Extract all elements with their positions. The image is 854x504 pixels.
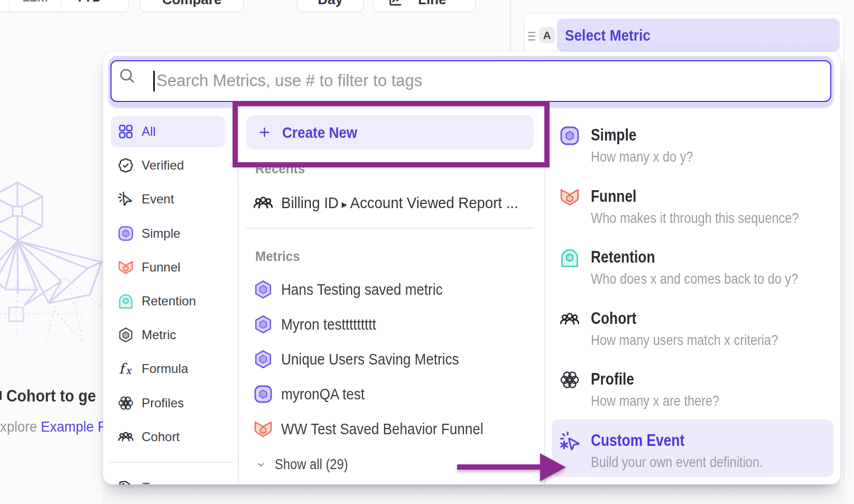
text-caret	[153, 71, 155, 91]
option-title: Profile	[591, 370, 634, 389]
sidebar-item-retention[interactable]: Retention	[111, 286, 225, 317]
drag-handle-icon[interactable]	[528, 32, 535, 41]
chart-type-line-button[interactable]: Line	[373, 0, 476, 12]
line-button-label: Line	[418, 0, 446, 8]
cohort-icon	[253, 193, 273, 213]
saved-metric-icon	[254, 315, 273, 334]
sidebar-item-funnel[interactable]: Funnel	[111, 251, 225, 283]
chevron-down-icon	[256, 460, 266, 470]
option-description: How many x do y?	[591, 148, 693, 165]
retention-icon	[560, 248, 580, 268]
sidebar-item-label: Formula	[142, 361, 188, 376]
wireframe-illustration	[0, 179, 114, 353]
funnel-icon	[118, 259, 134, 275]
profiles-icon	[118, 395, 134, 411]
middle-divider	[246, 228, 534, 229]
sidebar-item-label: Verified	[142, 158, 184, 173]
interval-day-button[interactable]: Day	[297, 0, 364, 12]
option-title: Funnel	[591, 187, 636, 206]
metrics-header: Metrics	[255, 248, 300, 265]
option-description: How many x are there?	[591, 393, 719, 409]
recent-item[interactable]: Billing ID▸Account Viewed Report ...	[253, 193, 531, 213]
background-heading-fragment	[0, 391, 2, 400]
saved-metric-icon	[254, 350, 273, 369]
metric-list-item[interactable]: Myron testtttttttt	[254, 314, 387, 335]
saved-metric-icon	[254, 280, 273, 299]
recent-item-label: Billing ID▸Account Viewed Report ...	[281, 194, 518, 212]
funnel-icon	[560, 187, 580, 207]
series-a-badge: A	[539, 27, 555, 43]
metric-item-label: WW Test Saved Behavior Funnel	[281, 421, 484, 438]
sidebar-item-verified[interactable]: Verified	[111, 150, 225, 181]
segment-label: 12M	[22, 0, 48, 5]
sidebar-item-label: All	[142, 124, 156, 139]
option-description: Build your own event definition.	[591, 454, 763, 471]
date-range-segment-hidden[interactable]	[0, 0, 9, 12]
date-range-segmented-control: 12M YTD	[0, 0, 129, 12]
sidebar-item-label: Cohort	[142, 430, 180, 444]
annotation-highlight-box	[233, 101, 550, 167]
date-range-segment-12m[interactable]: 12M	[9, 0, 60, 12]
chevron-down-icon	[106, 0, 114, 2]
metric-list-item[interactable]: Unique Users Saving Metrics	[254, 349, 479, 370]
option-title: Cohort	[591, 309, 636, 328]
sidebar-item-formula[interactable]: fxFormula	[111, 353, 225, 385]
sidebar-divider	[109, 462, 233, 463]
verified-icon	[118, 157, 134, 173]
metric-item-label: Hans Testing saved metric	[281, 281, 443, 298]
metric-list-item[interactable]: WW Test Saved Behavior Funnel	[254, 418, 506, 440]
funnel-icon	[254, 419, 273, 438]
compare-button[interactable]: Compare	[140, 0, 244, 12]
option-custom-event[interactable]: Custom EventBuild your own event definit…	[552, 432, 833, 483]
option-description: Who makes it through this sequence?	[591, 210, 799, 227]
cohort-dark-icon	[560, 309, 580, 329]
metric-list-item[interactable]: myronQA test	[254, 384, 374, 405]
select-metric-button[interactable]: Select Metric	[557, 18, 840, 52]
option-title: Retention	[591, 248, 655, 267]
option-description: How many users match x criteria?	[591, 332, 778, 349]
bottom-strip	[103, 484, 844, 504]
select-metric-label: Select Metric	[565, 26, 651, 44]
sidebar-item-label: Event	[142, 192, 174, 207]
metric-icon	[118, 327, 134, 343]
show-all-button[interactable]: Show all (29)	[256, 456, 358, 473]
select-metric-dotted-texture	[557, 43, 840, 52]
tag-icon	[119, 480, 134, 484]
sidebar-item-tags-partial[interactable]: Tags	[119, 480, 169, 484]
sidebar-item-cohort[interactable]: Cohort	[111, 421, 225, 452]
cohort-icon	[118, 429, 134, 445]
metric-item-label: Myron testtttttttt	[281, 316, 376, 333]
sidebar-item-label: Simple	[142, 226, 180, 241]
option-profile[interactable]: ProfileHow many x are there?	[552, 371, 833, 422]
background-subtext: xplore Example R	[0, 418, 107, 435]
sidebar-item-label: Tags	[142, 480, 169, 484]
option-retention[interactable]: RetentionWho does x and comes back to do…	[552, 249, 833, 300]
sidebar-item-label: Metric	[142, 328, 176, 342]
sidebar-item-metric[interactable]: Metric	[111, 320, 225, 351]
formula-icon: fx	[118, 361, 134, 377]
example-link[interactable]: Example R	[41, 418, 107, 435]
grid-icon	[118, 124, 134, 139]
option-funnel[interactable]: FunnelWho makes it through this sequence…	[552, 188, 833, 239]
simple-icon	[118, 226, 134, 241]
option-simple[interactable]: SimpleHow many x do y?	[552, 127, 833, 178]
simple-icon	[560, 126, 580, 146]
sidebar-item-event[interactable]: Event	[111, 184, 225, 215]
date-range-segment-ytd[interactable]: YTD	[61, 0, 128, 12]
sidebar-item-all[interactable]: All	[111, 116, 225, 147]
search-placeholder: Search Metrics, use # to filter to tags	[156, 61, 422, 100]
option-title: Simple	[591, 126, 636, 145]
metric-item-label: Unique Users Saving Metrics	[281, 351, 459, 368]
svg-text:x: x	[126, 365, 132, 376]
retention-icon	[118, 293, 134, 309]
custom-event-icon	[560, 431, 580, 451]
sidebar-item-profiles[interactable]: Profiles	[111, 387, 225, 418]
option-cohort[interactable]: CohortHow many users match x criteria?	[552, 310, 833, 361]
background-subtext-gray: xplore	[0, 418, 41, 435]
show-all-label: Show all (29)	[275, 456, 348, 473]
metric-list-item[interactable]: Hans Testing saved metric	[254, 279, 461, 300]
option-title: Custom Event	[591, 431, 684, 450]
line-chart-icon	[387, 0, 403, 8]
sidebar-item-simple[interactable]: Simple	[111, 218, 225, 249]
search-input[interactable]: Search Metrics, use # to filter to tags	[110, 60, 831, 102]
